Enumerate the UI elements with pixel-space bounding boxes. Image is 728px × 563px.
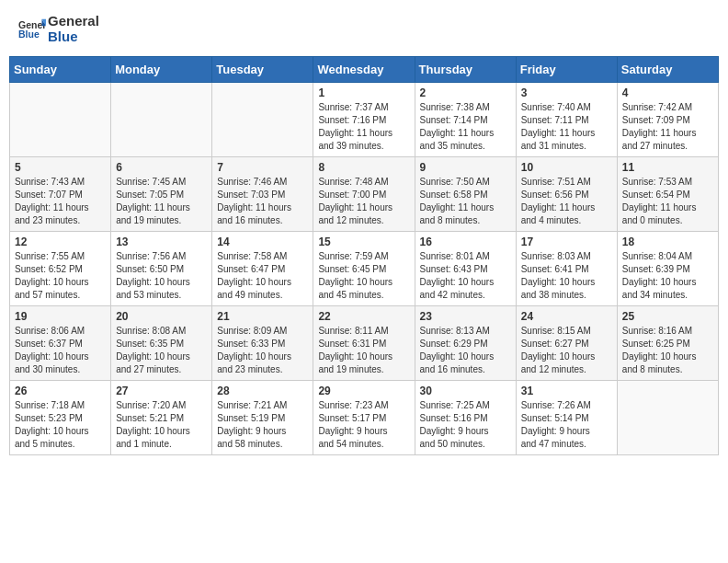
calendar-week-1: 1Sunrise: 7:37 AM Sunset: 7:16 PM Daylig… (10, 83, 719, 157)
day-number: 26 (15, 385, 106, 397)
page-header: General Blue General Blue (9, 9, 719, 49)
calendar-cell: 2Sunrise: 7:38 AM Sunset: 7:14 PM Daylig… (415, 83, 516, 157)
day-number: 27 (116, 385, 207, 397)
weekday-header-saturday: Saturday (617, 57, 718, 83)
day-number: 3 (521, 86, 612, 99)
calendar-cell: 14Sunrise: 7:58 AM Sunset: 6:47 PM Dayli… (212, 232, 313, 306)
day-number: 19 (15, 310, 106, 323)
day-info: Sunrise: 8:11 AM Sunset: 6:31 PM Dayligh… (318, 325, 409, 376)
day-info: Sunrise: 7:40 AM Sunset: 7:11 PM Dayligh… (521, 101, 612, 153)
day-info: Sunrise: 7:25 AM Sunset: 5:16 PM Dayligh… (420, 399, 511, 451)
svg-text:Blue: Blue (18, 29, 40, 40)
calendar-cell: 12Sunrise: 7:55 AM Sunset: 6:52 PM Dayli… (10, 232, 111, 306)
logo: General Blue General Blue (18, 14, 99, 44)
calendar-cell: 27Sunrise: 7:20 AM Sunset: 5:21 PM Dayli… (111, 381, 212, 455)
calendar-table: SundayMondayTuesdayWednesdayThursdayFrid… (9, 56, 719, 455)
day-number: 18 (622, 236, 713, 248)
calendar-cell: 23Sunrise: 8:13 AM Sunset: 6:29 PM Dayli… (415, 306, 516, 381)
day-number: 10 (521, 161, 612, 174)
logo-blue: Blue (48, 29, 99, 45)
day-number: 31 (521, 385, 612, 397)
calendar-cell: 8Sunrise: 7:48 AM Sunset: 7:00 PM Daylig… (313, 157, 415, 232)
day-info: Sunrise: 7:26 AM Sunset: 5:14 PM Dayligh… (521, 399, 612, 451)
day-number: 16 (420, 236, 511, 248)
day-number: 17 (521, 236, 612, 248)
day-number: 20 (116, 310, 207, 323)
calendar-cell: 7Sunrise: 7:46 AM Sunset: 7:03 PM Daylig… (212, 157, 313, 232)
day-info: Sunrise: 7:23 AM Sunset: 5:17 PM Dayligh… (318, 399, 409, 451)
calendar-week-4: 19Sunrise: 8:06 AM Sunset: 6:37 PM Dayli… (10, 306, 719, 381)
day-info: Sunrise: 8:15 AM Sunset: 6:27 PM Dayligh… (521, 325, 612, 376)
calendar-cell: 3Sunrise: 7:40 AM Sunset: 7:11 PM Daylig… (516, 83, 617, 157)
calendar-cell: 18Sunrise: 8:04 AM Sunset: 6:39 PM Dayli… (617, 232, 718, 306)
weekday-header-tuesday: Tuesday (212, 57, 313, 83)
day-info: Sunrise: 7:20 AM Sunset: 5:21 PM Dayligh… (116, 399, 207, 451)
calendar-cell (10, 83, 111, 157)
logo-icon: General Blue (18, 16, 46, 43)
day-info: Sunrise: 7:56 AM Sunset: 6:50 PM Dayligh… (116, 250, 207, 302)
calendar-cell: 10Sunrise: 7:51 AM Sunset: 6:56 PM Dayli… (516, 157, 617, 232)
day-info: Sunrise: 8:09 AM Sunset: 6:33 PM Dayligh… (217, 325, 308, 376)
day-number: 24 (521, 310, 612, 323)
day-info: Sunrise: 7:37 AM Sunset: 7:16 PM Dayligh… (318, 101, 409, 153)
day-info: Sunrise: 8:03 AM Sunset: 6:41 PM Dayligh… (521, 250, 612, 302)
calendar-cell: 19Sunrise: 8:06 AM Sunset: 6:37 PM Dayli… (10, 306, 111, 381)
day-info: Sunrise: 7:45 AM Sunset: 7:05 PM Dayligh… (116, 176, 207, 227)
calendar-week-2: 5Sunrise: 7:43 AM Sunset: 7:07 PM Daylig… (10, 157, 719, 232)
day-info: Sunrise: 7:18 AM Sunset: 5:23 PM Dayligh… (15, 399, 106, 451)
day-info: Sunrise: 7:53 AM Sunset: 6:54 PM Dayligh… (622, 176, 713, 227)
weekday-header-row: SundayMondayTuesdayWednesdayThursdayFrid… (10, 57, 719, 83)
day-number: 13 (116, 236, 207, 248)
calendar-cell: 26Sunrise: 7:18 AM Sunset: 5:23 PM Dayli… (10, 381, 111, 455)
day-info: Sunrise: 7:50 AM Sunset: 6:58 PM Dayligh… (420, 176, 511, 227)
calendar-week-5: 26Sunrise: 7:18 AM Sunset: 5:23 PM Dayli… (10, 381, 719, 455)
day-number: 8 (318, 161, 409, 174)
day-number: 12 (15, 236, 106, 248)
calendar-cell: 15Sunrise: 7:59 AM Sunset: 6:45 PM Dayli… (313, 232, 415, 306)
calendar-week-3: 12Sunrise: 7:55 AM Sunset: 6:52 PM Dayli… (10, 232, 719, 306)
calendar-cell: 22Sunrise: 8:11 AM Sunset: 6:31 PM Dayli… (313, 306, 415, 381)
day-info: Sunrise: 7:21 AM Sunset: 5:19 PM Dayligh… (217, 399, 308, 451)
day-number: 21 (217, 310, 308, 323)
day-number: 6 (116, 161, 207, 174)
day-info: Sunrise: 8:13 AM Sunset: 6:29 PM Dayligh… (420, 325, 511, 376)
day-info: Sunrise: 7:58 AM Sunset: 6:47 PM Dayligh… (217, 250, 308, 302)
day-number: 29 (318, 385, 409, 397)
calendar-cell: 5Sunrise: 7:43 AM Sunset: 7:07 PM Daylig… (10, 157, 111, 232)
day-number: 23 (420, 310, 511, 323)
day-number: 7 (217, 161, 308, 174)
day-number: 2 (420, 86, 511, 99)
day-info: Sunrise: 7:55 AM Sunset: 6:52 PM Dayligh… (15, 250, 106, 302)
day-number: 11 (622, 161, 713, 174)
calendar-cell: 11Sunrise: 7:53 AM Sunset: 6:54 PM Dayli… (617, 157, 718, 232)
day-number: 22 (318, 310, 409, 323)
calendar-cell: 9Sunrise: 7:50 AM Sunset: 6:58 PM Daylig… (415, 157, 516, 232)
day-number: 28 (217, 385, 308, 397)
weekday-header-friday: Friday (516, 57, 617, 83)
logo-general: General (48, 14, 99, 29)
calendar-cell: 4Sunrise: 7:42 AM Sunset: 7:09 PM Daylig… (617, 83, 718, 157)
calendar-cell: 24Sunrise: 8:15 AM Sunset: 6:27 PM Dayli… (516, 306, 617, 381)
day-info: Sunrise: 7:38 AM Sunset: 7:14 PM Dayligh… (420, 101, 511, 153)
calendar-cell: 13Sunrise: 7:56 AM Sunset: 6:50 PM Dayli… (111, 232, 212, 306)
calendar-cell: 16Sunrise: 8:01 AM Sunset: 6:43 PM Dayli… (415, 232, 516, 306)
day-info: Sunrise: 8:08 AM Sunset: 6:35 PM Dayligh… (116, 325, 207, 376)
day-number: 30 (420, 385, 511, 397)
calendar-cell (617, 381, 718, 455)
calendar-cell: 21Sunrise: 8:09 AM Sunset: 6:33 PM Dayli… (212, 306, 313, 381)
calendar-cell: 20Sunrise: 8:08 AM Sunset: 6:35 PM Dayli… (111, 306, 212, 381)
calendar-cell: 17Sunrise: 8:03 AM Sunset: 6:41 PM Dayli… (516, 232, 617, 306)
weekday-header-wednesday: Wednesday (313, 57, 415, 83)
day-info: Sunrise: 8:16 AM Sunset: 6:25 PM Dayligh… (622, 325, 713, 376)
day-number: 4 (622, 86, 713, 99)
day-info: Sunrise: 7:46 AM Sunset: 7:03 PM Dayligh… (217, 176, 308, 227)
calendar-cell: 25Sunrise: 8:16 AM Sunset: 6:25 PM Dayli… (617, 306, 718, 381)
calendar-cell: 30Sunrise: 7:25 AM Sunset: 5:16 PM Dayli… (415, 381, 516, 455)
weekday-header-monday: Monday (111, 57, 212, 83)
calendar-cell: 6Sunrise: 7:45 AM Sunset: 7:05 PM Daylig… (111, 157, 212, 232)
calendar-cell: 1Sunrise: 7:37 AM Sunset: 7:16 PM Daylig… (313, 83, 415, 157)
calendar-cell (212, 83, 313, 157)
weekday-header-thursday: Thursday (415, 57, 516, 83)
day-info: Sunrise: 8:06 AM Sunset: 6:37 PM Dayligh… (15, 325, 106, 376)
calendar-cell: 28Sunrise: 7:21 AM Sunset: 5:19 PM Dayli… (212, 381, 313, 455)
